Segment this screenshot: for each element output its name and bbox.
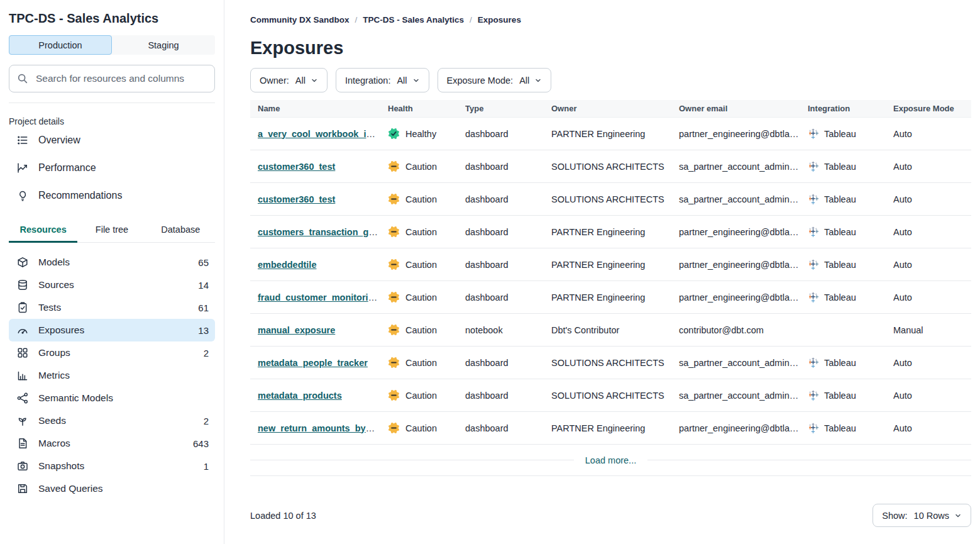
table-row: customer360_test Caution dashboard SOLUT… [250,183,971,216]
filter-exposure-mode[interactable]: Exposure Mode: All [438,68,552,92]
health-label: Caution [405,358,437,368]
resource-label: Seeds [38,415,204,426]
health-cell: Caution [388,389,465,401]
tab-file-tree[interactable]: File tree [77,218,146,242]
bar-chart-icon [17,370,28,381]
health-label: Caution [405,162,437,172]
breadcrumb-tpc-ds-sales-analytics[interactable]: TPC-DS - Sales Analytics [363,15,464,25]
exposure-name-link[interactable]: metadata_products [258,391,342,401]
exposure-name-link[interactable]: fraud_customer_monitoring [258,292,379,303]
sidebar-item-snapshots[interactable]: Snapshots 1 [9,455,215,477]
resource-label: Sources [38,279,198,291]
graph-nodes-icon [17,392,28,404]
exposure-name-link[interactable]: customers_transaction_gro… [258,227,387,237]
table-row: metadata_products Caution dashboard SOLU… [250,379,971,412]
search-input[interactable] [35,72,207,85]
owner-cell: PARTNER Engineering [551,260,679,270]
health-label: Caution [405,260,437,270]
resource-label: Semantic Models [38,392,209,404]
health-caution-icon [388,422,400,434]
sidebar-item-semantic-models[interactable]: Semantic Models [9,387,215,409]
health-caution-icon [388,389,400,401]
table-row: customer360_test Caution dashboard SOLUT… [250,150,971,183]
chevron-down-icon [311,77,318,84]
exposure-name-link[interactable]: new_return_amounts_by_t… [258,423,383,433]
exposure-name-link[interactable]: embeddedtile [258,260,316,270]
tab-database[interactable]: Database [146,218,215,242]
owner-email-cell: partner_engineering@dbtla… [679,423,808,433]
sidebar-item-overview[interactable]: Overview [9,126,215,154]
exposure-name-link[interactable]: customer360_test [258,194,335,204]
health-caution-icon [388,258,400,270]
exposure-name-link[interactable]: metadata_people_tracker [258,358,368,368]
filter-bar: Owner: All Integration: All Exposure Mod… [250,68,971,92]
integration-label: Tableau [824,260,856,270]
health-label: Caution [405,292,437,303]
resource-count: 65 [198,257,209,268]
breadcrumb-exposures[interactable]: Exposures [478,15,521,25]
filter-value: All [519,75,529,86]
exposure-name-link[interactable]: customer360_test [258,162,335,172]
column-header-name: Name [258,104,388,113]
owner-cell: PARTNER Engineering [551,292,679,303]
filter-owner[interactable]: Owner: All [250,68,328,92]
integration-cell: Tableau [808,292,893,303]
health-cell: Caution [388,258,465,270]
lightbulb-icon [17,190,28,201]
page-title: Exposures [250,38,971,58]
integration-cell: Tableau [808,161,893,172]
sidebar-item-performance[interactable]: Performance [9,154,215,182]
database-icon [17,279,28,291]
breadcrumb-community-dx-sandbox[interactable]: Community DX Sandbox [250,15,350,25]
health-caution-icon [388,324,400,336]
chevron-down-icon [534,77,542,84]
table-row: metadata_people_tracker Caution dashboar… [250,347,971,379]
sidebar-item-recommendations[interactable]: Recommendations [9,182,215,209]
tableau-icon [808,194,818,204]
sidebar-item-groups[interactable]: Groups 2 [9,341,215,364]
save-icon [17,483,28,494]
nav-item-label: Performance [38,162,96,174]
sidebar-item-saved-queries[interactable]: Saved Queries [9,477,215,500]
sidebar-item-exposures[interactable]: Exposures 13 [9,319,215,341]
filter-integration[interactable]: Integration: All [336,68,429,92]
sidebar-item-macros[interactable]: Macros 643 [9,432,215,455]
chart-line-icon [17,162,28,174]
camera-icon [17,460,28,472]
integration-label: Tableau [824,423,856,433]
integration-cell: Tableau [808,226,893,237]
gauge-icon [17,325,28,336]
production-tab[interactable]: Production [9,35,112,55]
health-cell: Caution [388,324,465,336]
sidebar-item-sources[interactable]: Sources 14 [9,274,215,296]
show-rows-select[interactable]: Show: 10 Rows [873,504,971,527]
exposure-name-link[interactable]: a_very_cool_workbook_i_… [258,129,380,139]
tableau-icon [808,357,818,368]
show-label: Show: [882,511,907,521]
sidebar-item-seeds[interactable]: Seeds 2 [9,409,215,432]
exposure-mode-cell: Auto [893,194,971,204]
load-more-link[interactable]: Load more... [574,455,647,465]
tab-resources[interactable]: Resources [9,218,77,242]
staging-tab[interactable]: Staging [112,35,215,55]
grid-icon [17,347,28,358]
resource-count: 2 [204,416,209,426]
sidebar-item-metrics[interactable]: Metrics [9,364,215,387]
tableau-icon [808,259,818,270]
sidebar-item-models[interactable]: Models 65 [9,251,215,274]
exposure-mode-cell: Manual [893,325,971,335]
resource-count: 2 [204,348,209,358]
sidebar-item-tests[interactable]: Tests 61 [9,296,215,319]
environment-toggle: Production Staging [9,35,215,55]
health-cell: Caution [388,160,465,172]
health-healthy-icon [388,128,400,140]
exposure-mode-cell: Auto [893,358,971,368]
type-cell: dashboard [465,292,551,303]
column-header-exposure-mode: Exposure Mode [893,104,971,113]
resource-list: Models 65 Sources 14 Tests 61 Exposures … [9,251,215,500]
exposure-name-link[interactable]: manual_exposure [258,325,335,335]
owner-cell: PARTNER Engineering [551,227,679,237]
footer-bar: Loaded 10 of 13 Show: 10 Rows [250,504,971,527]
main-content: Community DX Sandbox/TPC-DS - Sales Anal… [224,0,980,544]
type-cell: dashboard [465,391,551,401]
